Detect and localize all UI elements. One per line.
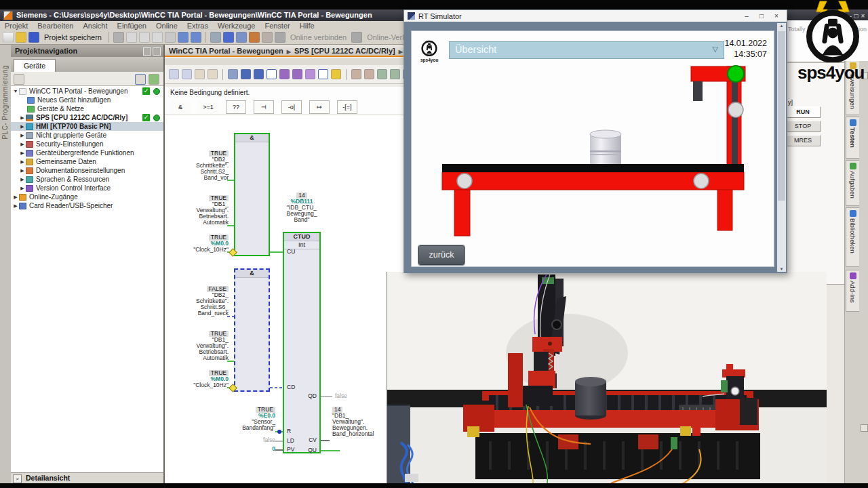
split-view-icon[interactable] — [241, 69, 251, 79]
scroll-up-icon[interactable]: ▲ — [777, 24, 786, 28]
open-branch-icon[interactable] — [292, 69, 302, 79]
menu-werkzeuge[interactable]: Werkzeuge — [213, 21, 260, 30]
stop-button[interactable]: STOP — [785, 121, 821, 132]
contact-button[interactable]: ⊣ — [254, 100, 274, 114]
print-icon[interactable] — [113, 32, 124, 43]
tree-item-documentation[interactable]: ▶ Dokumentationseinstellungen — [11, 166, 163, 175]
fc-box-icon[interactable] — [279, 69, 290, 79]
expander-icon[interactable]: ▶ — [19, 148, 26, 157]
minimize-icon[interactable]: – — [739, 11, 754, 21]
tab-aufgaben[interactable]: Aufgaben — [846, 160, 859, 206]
pv-value[interactable]: 0 — [214, 446, 275, 452]
menu-ansicht[interactable]: Ansicht — [78, 21, 112, 30]
operand-label[interactable]: TRUE "DB1_Verwaltung". Betriebsart.Autom… — [167, 331, 229, 361]
menu-bearbeiten[interactable]: Bearbeiten — [33, 21, 78, 30]
run-button[interactable]: RUN — [785, 106, 821, 118]
new-project-icon[interactable] — [3, 32, 14, 43]
expander-icon[interactable]: ▶ — [19, 157, 26, 166]
comment-icon[interactable] — [267, 69, 277, 79]
maximize-icon[interactable]: □ — [754, 11, 769, 21]
redo-icon[interactable] — [191, 32, 201, 43]
mres-button[interactable]: MRES — [785, 135, 821, 146]
tab-testen[interactable]: Testen — [846, 117, 859, 159]
or-gate-button[interactable]: >=1 — [198, 100, 218, 114]
tab-geraete[interactable]: Geräte — [14, 59, 56, 73]
expander-icon[interactable]: ▶ — [19, 122, 26, 131]
collapse-panel-icon[interactable] — [153, 47, 161, 56]
insert-network-icon[interactable] — [169, 69, 179, 79]
expander-icon[interactable]: ▼ — [12, 87, 19, 96]
tree-item-devices-networks[interactable]: Geräte & Netze — [11, 104, 163, 113]
compile-icon[interactable] — [210, 32, 221, 43]
connect-plug-icon[interactable] — [275, 32, 285, 43]
scroll-down-icon[interactable]: ▼ — [777, 267, 786, 271]
instance-db-label[interactable]: 14 %DB111 "IDB_CTU_Bewegung_Band" — [268, 192, 336, 223]
tree-item-cross-device[interactable]: ▶ Geräteübergreifende Funktionen — [11, 148, 163, 157]
and-block-1[interactable]: & — [234, 133, 270, 256]
pin-panel-icon[interactable] — [143, 47, 151, 56]
expander-icon[interactable]: ▶ — [12, 201, 19, 210]
menu-extras[interactable]: Extras — [182, 21, 213, 30]
absolute-operand-icon[interactable] — [318, 69, 328, 79]
start-cpu-icon[interactable] — [249, 32, 260, 43]
rt-simulator-window[interactable]: RT Simulator – □ × — [403, 9, 787, 273]
back-button[interactable]: zurück — [418, 245, 465, 265]
and-block-2[interactable]: & — [234, 268, 270, 392]
operand-label[interactable]: TRUE %M0.0"Clock_10Hz" — [167, 370, 229, 388]
collapse-button[interactable] — [861, 424, 868, 432]
menu-projekt[interactable]: Projekt — [0, 21, 33, 30]
menu-einfuegen[interactable]: Einfügen — [113, 21, 151, 30]
undo-icon[interactable] — [178, 32, 189, 43]
menu-hilfe[interactable]: Hilfe — [295, 21, 319, 30]
close-icon[interactable]: × — [769, 11, 784, 21]
update-icon[interactable] — [377, 69, 387, 79]
properties-icon[interactable] — [208, 69, 218, 79]
tree-item-hmi[interactable]: ▶ HMI [KTP700 Basic PN] — [11, 122, 163, 131]
expander-icon[interactable]: ▶ — [19, 113, 26, 122]
tree-item-sps[interactable]: ▶ SPS [CPU 1212C AC/DC/Rly] ✓ — [11, 113, 163, 122]
tree-item-card-reader[interactable]: ▶ Card Reader/USB-Speicher — [11, 201, 163, 210]
menu-fenster[interactable]: Fenster — [260, 21, 294, 30]
assignment-button[interactable]: -[=] — [337, 100, 357, 114]
copy-icon[interactable] — [139, 32, 150, 43]
operand-label[interactable]: TRUE %M0.0"Clock_10Hz" — [167, 235, 229, 253]
empty-box-button[interactable]: ?? — [226, 100, 246, 114]
tree-item-security[interactable]: ▶ Security-Einstellungen — [11, 140, 163, 148]
and-gate-button[interactable]: & — [170, 100, 191, 114]
stop-cpu-icon[interactable] — [262, 32, 273, 43]
save-project-icon[interactable] — [28, 32, 39, 43]
go-back-icon[interactable] — [364, 69, 374, 79]
expand-all-icon[interactable] — [149, 74, 159, 85]
ctud-block[interactable]: CTUD Int CU CD R LD PV QD CV QU — [283, 232, 321, 453]
expander-icon[interactable]: ▶ — [19, 175, 26, 184]
portal-side-strip[interactable]: PLC- Programmierung — [0, 45, 12, 483]
tree-item-languages[interactable]: ▶ Sprachen & Ressourcen — [11, 175, 163, 184]
screen-select-dropdown[interactable]: Übersicht ▽ — [449, 41, 724, 59]
tree-item-version-control[interactable]: ▶ Version Control Interface — [11, 184, 163, 192]
column-view-icon[interactable] — [135, 74, 146, 85]
operand-label[interactable]: TRUE %E0.0 "Sensor_Bandanfang" — [214, 407, 275, 431]
expander-icon[interactable]: ▶ — [19, 140, 26, 148]
cut-icon[interactable] — [126, 32, 137, 43]
go-to-icon[interactable] — [351, 69, 361, 79]
tree-item-ungrouped[interactable]: ▶ Nicht gruppierte Geräte — [11, 131, 163, 140]
cv-output-label[interactable]: 14 "DB1_Verwaltung". Bewegungen.Band_hor… — [332, 407, 393, 437]
expander-icon[interactable]: ▶ — [19, 166, 26, 175]
upload-icon[interactable] — [236, 32, 247, 43]
operand-label[interactable]: TRUE "DB2_Schrittkette". Schritt.S2_Band… — [167, 150, 229, 181]
delete-network-icon[interactable] — [182, 69, 192, 79]
rename-icon[interactable] — [195, 69, 205, 79]
save-project-label[interactable]: Projekt speichern — [41, 33, 104, 41]
paste-icon[interactable] — [152, 32, 163, 43]
delete-icon[interactable] — [165, 32, 176, 43]
ld-value[interactable]: false — [214, 437, 275, 443]
expander-icon[interactable]: ▶ — [19, 131, 26, 140]
window-icon[interactable] — [254, 69, 264, 79]
rt-scrollbar[interactable]: ▲ ▼ — [777, 23, 786, 272]
menu-online[interactable]: Online — [151, 21, 182, 30]
tab-bibliotheken[interactable]: Bibliotheken — [846, 207, 859, 267]
branch-button[interactable]: ↦ — [309, 100, 330, 114]
disconnect-plug-icon[interactable] — [351, 32, 362, 43]
detail-view-bar[interactable]: > Detailansicht — [11, 472, 165, 483]
online-connect-label[interactable]: Online verbinden — [288, 33, 349, 41]
